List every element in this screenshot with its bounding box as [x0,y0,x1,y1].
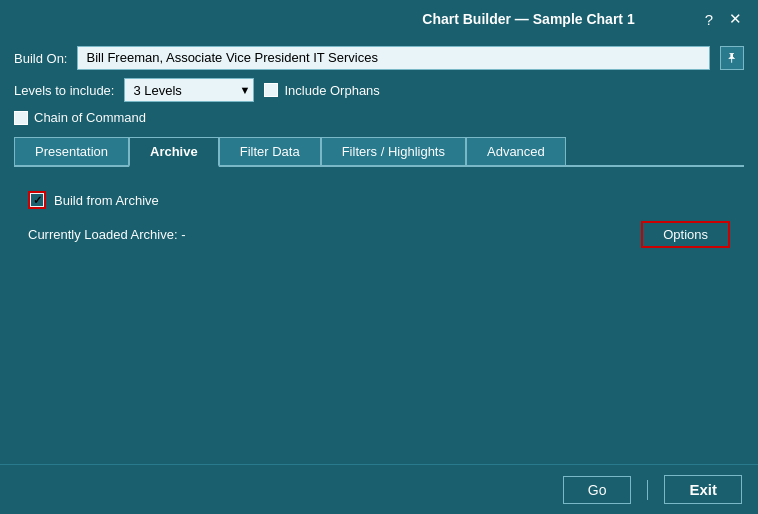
checkbox-inner: ✓ [31,194,43,206]
pin-button[interactable]: 🖈 [720,46,744,70]
build-from-archive-row: ✓ Build from Archive [28,191,730,209]
include-orphans-label: Include Orphans [284,83,379,98]
footer: Go Exit [0,464,758,514]
checkmark-icon: ✓ [33,194,42,207]
chain-of-command-checkbox[interactable] [14,111,28,125]
levels-row: Levels to include: 3 Levels 1 Level 2 Le… [14,78,744,102]
chain-of-command-label: Chain of Command [34,110,146,125]
dialog-window: Chart Builder — Sample Chart 1 ? ✕ Build… [0,0,758,514]
dialog-title: Chart Builder — Sample Chart 1 [356,11,700,27]
close-button[interactable]: ✕ [725,10,746,28]
include-orphans-wrapper: Include Orphans [264,83,379,98]
tab-filters-highlights[interactable]: Filters / Highlights [321,137,466,165]
title-bar: Chart Builder — Sample Chart 1 ? ✕ [0,0,758,36]
build-on-row: Build On: Bill Freeman, Associate Vice P… [14,46,744,70]
currently-loaded-row: Currently Loaded Archive: - Options [28,221,730,248]
include-orphans-checkbox[interactable] [264,83,278,97]
pin-icon: 🖈 [725,50,739,66]
options-button[interactable]: Options [641,221,730,248]
footer-separator [647,480,648,500]
levels-label: Levels to include: [14,83,114,98]
help-button[interactable]: ? [701,11,717,28]
currently-loaded-label: Currently Loaded Archive: - [28,227,186,242]
tab-presentation[interactable]: Presentation [14,137,129,165]
content-area: Build On: Bill Freeman, Associate Vice P… [0,36,758,464]
build-from-archive-checkbox[interactable]: ✓ [28,191,46,209]
archive-tab-content: ✓ Build from Archive Currently Loaded Ar… [14,175,744,454]
go-button[interactable]: Go [563,476,632,504]
tab-filter-data[interactable]: Filter Data [219,137,321,165]
levels-dropdown-wrapper: 3 Levels 1 Level 2 Levels 4 Levels 5 Lev… [124,78,254,102]
build-on-value: Bill Freeman, Associate Vice President I… [77,46,710,70]
build-on-label: Build On: [14,51,67,66]
exit-button[interactable]: Exit [664,475,742,504]
tab-archive[interactable]: Archive [129,137,219,167]
levels-dropdown[interactable]: 3 Levels 1 Level 2 Levels 4 Levels 5 Lev… [124,78,254,102]
tabs-container: Presentation Archive Filter Data Filters… [14,137,744,167]
tab-advanced[interactable]: Advanced [466,137,566,165]
title-controls: ? ✕ [701,10,746,28]
chain-of-command-row: Chain of Command [14,110,744,125]
build-from-archive-label: Build from Archive [54,193,159,208]
